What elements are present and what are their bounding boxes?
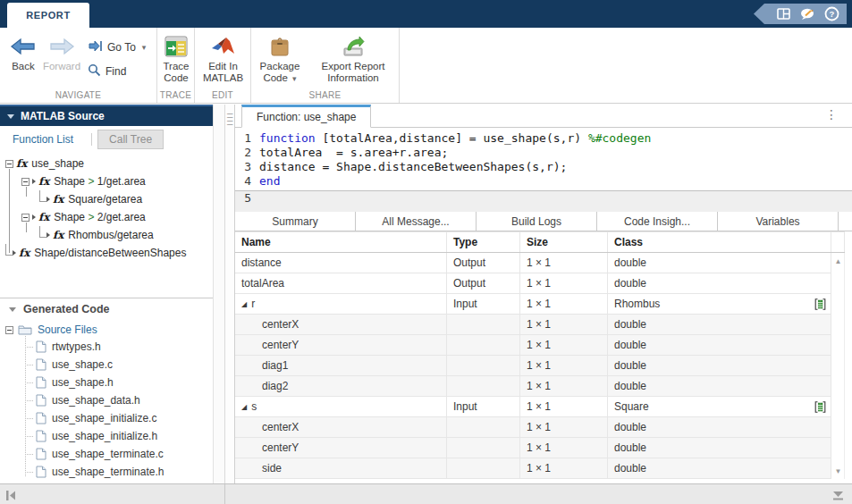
goto-icon — [88, 40, 103, 55]
tree-connector-line — [25, 472, 33, 473]
cell-size: 1 × 1 — [520, 273, 608, 293]
function-tree-item[interactable]: fxShape > 1/get.area — [0, 172, 213, 190]
struct-icon[interactable] — [814, 401, 826, 413]
source-file-label: use_shape.h — [52, 376, 114, 389]
function-tree-item[interactable]: fxShape > 2/get.area — [0, 208, 213, 226]
column-header-spacer — [831, 232, 845, 252]
function-tree: fxuse_shapefxShape > 1/get.areafxSquare/… — [0, 155, 213, 267]
function-tree-item[interactable]: fxSquare/getarea — [0, 190, 213, 208]
expanded-triangle-icon[interactable]: ◢ — [241, 403, 247, 411]
layout-grid-icon[interactable] — [775, 6, 791, 22]
cell-type — [447, 315, 520, 334]
tab-code-insigh[interactable]: Code Insigh... — [597, 212, 718, 231]
titlebar: REPORT ? — [0, 0, 852, 28]
goto-button[interactable]: Go To ▾ — [88, 40, 146, 55]
function-tree-item[interactable]: fxRhombus/getarea — [0, 226, 213, 244]
tab-function-list[interactable]: Function List — [13, 133, 73, 146]
file-icon — [36, 430, 46, 442]
tab-summary[interactable]: Summary — [235, 212, 356, 231]
collapse-panel-left-button[interactable] — [5, 489, 17, 504]
section-label-share: SHARE — [251, 90, 399, 100]
find-icon — [88, 63, 101, 80]
collapse-box-icon[interactable] — [5, 160, 13, 168]
sidebar-scrollbar[interactable] — [213, 105, 224, 483]
cell-class: double — [608, 356, 831, 375]
export-report-button[interactable]: Export Report Information — [308, 34, 398, 84]
column-header-name[interactable]: Name — [235, 232, 447, 252]
table-row[interactable]: ◢sInput1 × 1Square — [235, 397, 831, 417]
source-file-item[interactable]: use_shape_initialize.c — [0, 409, 213, 427]
source-file-item[interactable]: use_shape_data.h — [0, 391, 213, 409]
collapse-box-icon[interactable] — [21, 178, 30, 186]
tab-build-logs[interactable]: Build Logs — [477, 212, 597, 231]
cell-size: 1 × 1 — [520, 315, 608, 334]
column-header-size[interactable]: Size — [520, 232, 608, 252]
tree-connector-line — [26, 187, 27, 197]
trace-code-button[interactable]: Trace Code — [159, 34, 193, 84]
source-file-item[interactable]: use_shape.h — [0, 374, 213, 391]
column-header-type[interactable]: Type — [447, 232, 520, 252]
table-row[interactable]: totalAreaOutput1 × 1double — [235, 273, 831, 294]
panel-splitter[interactable]: ──── — [224, 105, 235, 483]
tree-connector-line — [25, 347, 33, 348]
section-label-trace: TRACE — [157, 90, 194, 100]
table-row[interactable]: centerX1 × 1double — [235, 417, 831, 438]
scroll-up-icon[interactable]: ▲ — [831, 255, 845, 267]
matlab-logo-icon — [211, 34, 236, 59]
source-file-item[interactable]: use_shape_initialize.h — [0, 427, 213, 445]
matlab-source-header[interactable]: MATLAB Source — [0, 105, 213, 126]
collapse-box-icon[interactable] — [5, 326, 13, 334]
tab-all-message[interactable]: All Message... — [356, 212, 477, 231]
code-line: 4end — [235, 174, 852, 189]
struct-icon[interactable] — [814, 298, 826, 310]
cell-size: 1 × 1 — [520, 294, 608, 314]
tab-call-tree[interactable]: Call Tree — [97, 130, 164, 149]
collapse-panel-down-button[interactable] — [831, 489, 845, 504]
table-row[interactable]: distanceOutput1 × 1double — [235, 253, 831, 273]
find-button[interactable]: Find — [88, 63, 126, 80]
export-report-icon — [342, 34, 365, 59]
line-number: 4 — [235, 174, 251, 189]
tree-arrow-icon — [32, 179, 36, 184]
code-line: 3distance = Shape.distanceBetweenShapes(… — [235, 160, 852, 174]
tab-report[interactable]: REPORT — [7, 3, 89, 28]
generated-code-header[interactable]: Generated Code — [0, 298, 213, 320]
tree-arrow-icon — [32, 214, 36, 220]
help-icon[interactable]: ? — [823, 6, 839, 22]
cell-class: double — [608, 253, 831, 273]
code-editor[interactable]: 1function [totalArea,distance] = use_sha… — [235, 128, 852, 212]
table-row[interactable]: side1 × 1double — [235, 458, 831, 479]
package-code-button[interactable]: Package Code ▾ — [255, 34, 305, 85]
generated-code-section: Generated Code Source Files rtwtypes.hus… — [0, 298, 213, 483]
source-file-item[interactable]: use_shape_terminate.c — [0, 445, 213, 463]
feedback-icon[interactable] — [799, 6, 815, 22]
tab-function-use-shape[interactable]: Function: use_shape — [241, 105, 371, 128]
chevron-down-icon: ▾ — [292, 74, 297, 83]
cell-size: 1 × 1 — [520, 253, 608, 273]
function-tree-item[interactable]: fxShape/distanceBetweenShapes — [0, 244, 213, 262]
table-row[interactable]: centerX1 × 1double — [235, 315, 831, 335]
fx-icon: fx — [53, 229, 63, 241]
table-row[interactable]: centerY1 × 1double — [235, 438, 831, 458]
cell-size: 1 × 1 — [520, 417, 608, 437]
source-file-item[interactable]: use_shape_terminate.h — [0, 463, 213, 481]
table-row[interactable]: centerY1 × 1double — [235, 335, 831, 356]
more-options-icon[interactable]: ⋮ — [825, 107, 838, 122]
table-row[interactable]: ◢rInput1 × 1Rhombus — [235, 294, 831, 315]
back-button[interactable]: Back — [5, 34, 41, 72]
collapse-box-icon[interactable] — [21, 214, 30, 222]
table-row[interactable]: diag11 × 1double — [235, 356, 831, 376]
line-number: 2 — [235, 146, 251, 160]
expanded-triangle-icon[interactable]: ◢ — [241, 300, 247, 308]
column-header-class[interactable]: Class — [608, 232, 831, 252]
edit-in-matlab-button[interactable]: Edit In MATLAB — [197, 34, 249, 84]
forward-button[interactable]: Forward — [41, 34, 82, 72]
function-tree-item[interactable]: fxuse_shape — [0, 155, 213, 172]
scroll-down-icon[interactable]: ▼ — [831, 465, 845, 477]
source-file-item[interactable]: rtwtypes.h — [0, 338, 213, 356]
source-files-root[interactable]: Source Files — [0, 322, 97, 338]
tab-variables[interactable]: Variables — [718, 212, 839, 231]
table-scrollbar[interactable]: ▲ ▼ — [831, 253, 845, 479]
source-file-item[interactable]: use_shape.c — [0, 356, 213, 374]
table-row[interactable]: diag21 × 1double — [235, 376, 831, 397]
